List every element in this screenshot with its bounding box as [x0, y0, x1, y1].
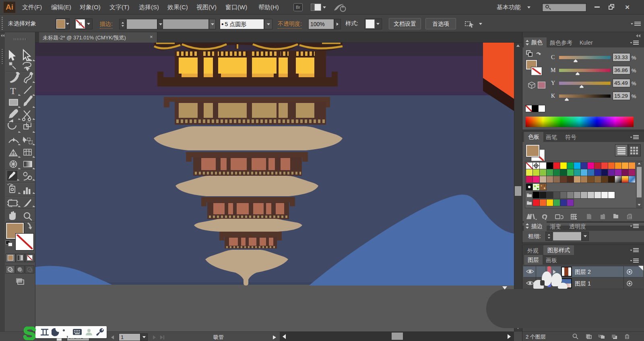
svg-text:T: T: [10, 86, 16, 96]
